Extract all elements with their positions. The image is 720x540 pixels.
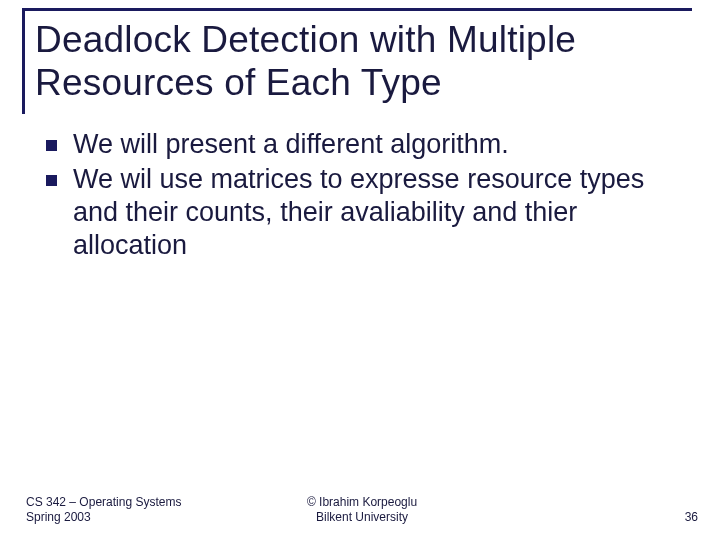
list-item: We wil use matrices to expresse resource… xyxy=(46,163,666,262)
footer-left: CS 342 – Operating Systems Spring 2003 xyxy=(26,495,250,526)
slide: Deadlock Detection with Multiple Resourc… xyxy=(0,0,720,540)
course-code: CS 342 – Operating Systems xyxy=(26,495,250,511)
bullet-text: We will present a different algorithm. xyxy=(73,128,509,161)
page-number: 36 xyxy=(685,510,698,524)
copyright: © Ibrahim Korpeoglu xyxy=(250,495,474,511)
list-item: We will present a different algorithm. xyxy=(46,128,666,161)
footer-right: 36 xyxy=(474,510,698,526)
title-box: Deadlock Detection with Multiple Resourc… xyxy=(22,8,692,114)
footer-center: © Ibrahim Korpeoglu Bilkent University xyxy=(250,495,474,526)
body: We will present a different algorithm. W… xyxy=(46,128,666,264)
university: Bilkent University xyxy=(250,510,474,526)
bullet-icon xyxy=(46,175,57,186)
bullet-icon xyxy=(46,140,57,151)
bullet-text: We wil use matrices to expresse resource… xyxy=(73,163,666,262)
term: Spring 2003 xyxy=(26,510,250,526)
slide-title: Deadlock Detection with Multiple Resourc… xyxy=(35,19,678,104)
footer: CS 342 – Operating Systems Spring 2003 ©… xyxy=(0,495,720,526)
